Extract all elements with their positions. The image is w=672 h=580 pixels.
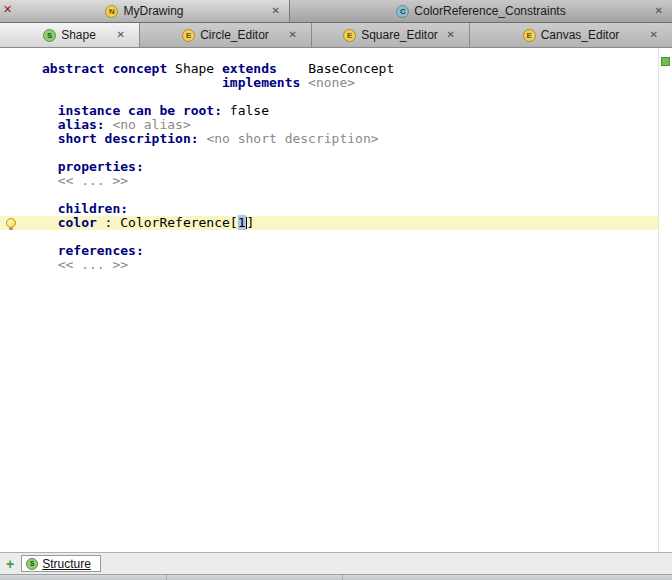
code-line[interactable]: references: bbox=[0, 244, 658, 258]
constraints-icon: C bbox=[396, 5, 409, 18]
tab-label: Square_Editor bbox=[361, 28, 438, 42]
code-line[interactable]: short description: <no short description… bbox=[0, 132, 658, 146]
code-segment bbox=[42, 117, 58, 132]
close-tab-icon[interactable]: ✕ bbox=[650, 30, 658, 40]
code-line[interactable]: instance can be root: false bbox=[0, 104, 658, 118]
window: ✕ N MyDrawing ✕ C ColorReference_Constra… bbox=[0, 0, 672, 580]
divider bbox=[342, 575, 343, 580]
close-tab-icon[interactable]: ✕ bbox=[447, 30, 455, 40]
code-segment: BaseConcept bbox=[277, 61, 394, 76]
tab-canvas-editor[interactable]: E Canvas_Editor ✕ bbox=[470, 23, 672, 47]
code-segment: alias: bbox=[58, 117, 113, 132]
code-line[interactable]: implements <none> bbox=[0, 76, 658, 90]
tab-structure[interactable]: S Structure bbox=[21, 555, 101, 572]
concept-icon: S bbox=[43, 29, 56, 42]
code-segment: ] bbox=[247, 215, 255, 230]
code-segment bbox=[42, 201, 58, 216]
code-segment bbox=[42, 243, 58, 258]
close-tab-icon[interactable]: ✕ bbox=[655, 6, 663, 16]
code-segment: Shape bbox=[175, 61, 222, 76]
close-icon[interactable]: ✕ bbox=[3, 4, 12, 15]
editor-icon: E bbox=[182, 29, 195, 42]
close-tab-icon[interactable]: ✕ bbox=[289, 30, 297, 40]
code-line[interactable] bbox=[0, 188, 658, 202]
tab-circle-editor[interactable]: E Circle_Editor ✕ bbox=[140, 23, 312, 47]
code-segment: << ... >> bbox=[58, 257, 128, 272]
code-segment: : bbox=[97, 215, 120, 230]
node-icon: N bbox=[105, 5, 118, 18]
code-segment: abstract concept bbox=[42, 61, 175, 76]
code-line[interactable]: alias: <no alias> bbox=[0, 118, 658, 132]
window-tab-colorreference-constraints[interactable]: C ColorReference_Constraints ✕ bbox=[290, 0, 672, 22]
code-segment bbox=[42, 257, 58, 272]
code-segment: ColorReference[ bbox=[120, 215, 237, 230]
divider bbox=[166, 575, 167, 580]
error-stripe[interactable] bbox=[658, 48, 672, 552]
code-area[interactable]: abstract concept Shape extends BaseConce… bbox=[0, 48, 658, 552]
structure-tab-label: Structure bbox=[42, 557, 91, 571]
code-line[interactable]: children: bbox=[0, 202, 658, 216]
code-segment: <no alias> bbox=[112, 117, 190, 132]
code-segment: extends bbox=[222, 61, 277, 76]
code-segment: references: bbox=[58, 243, 144, 258]
code-segment: << ... >> bbox=[58, 173, 128, 188]
code-segment: <no short description> bbox=[206, 131, 378, 146]
code-line[interactable]: color : ColorReference[1] bbox=[0, 216, 658, 230]
code-segment: instance can be root: bbox=[58, 103, 230, 118]
code-line[interactable] bbox=[0, 90, 658, 104]
code-segment bbox=[42, 215, 58, 230]
editor-icon: E bbox=[523, 29, 536, 42]
code-segment bbox=[42, 75, 222, 90]
intention-bulb-icon[interactable] bbox=[6, 218, 16, 228]
close-tab-icon[interactable]: ✕ bbox=[272, 6, 280, 16]
code-line[interactable]: properties: bbox=[0, 160, 658, 174]
code-segment: 1 bbox=[238, 215, 246, 230]
tab-shape[interactable]: S Shape ✕ bbox=[0, 23, 140, 47]
code-line[interactable] bbox=[0, 146, 658, 160]
add-tab-button[interactable]: + bbox=[6, 557, 14, 571]
code-segment: short description: bbox=[58, 131, 207, 146]
code-segment bbox=[42, 173, 58, 188]
close-tab-icon[interactable]: ✕ bbox=[117, 30, 125, 40]
editor-pane: abstract concept Shape extends BaseConce… bbox=[0, 48, 672, 552]
code-segment bbox=[42, 103, 58, 118]
code-segment bbox=[42, 159, 58, 174]
code-segment: color bbox=[58, 215, 97, 230]
tab-label: ColorReference_Constraints bbox=[414, 4, 565, 18]
structure-icon: S bbox=[26, 558, 38, 570]
tab-label: MyDrawing bbox=[123, 4, 183, 18]
code-segment: false bbox=[230, 103, 269, 118]
tab-square-editor[interactable]: E Square_Editor ✕ bbox=[312, 23, 470, 47]
code-line[interactable] bbox=[0, 230, 658, 244]
status-strip bbox=[0, 574, 672, 580]
code-segment: <none> bbox=[308, 75, 355, 90]
editor-tab-bar: S Shape ✕ E Circle_Editor ✕ E Square_Edi… bbox=[0, 23, 672, 48]
code-line[interactable]: << ... >> bbox=[0, 174, 658, 188]
status-indicator-ok bbox=[661, 57, 670, 66]
tab-label: Shape bbox=[61, 28, 96, 42]
code-segment: implements bbox=[222, 75, 308, 90]
tab-label: Canvas_Editor bbox=[541, 28, 620, 42]
code-segment: children: bbox=[58, 201, 128, 216]
code-segment bbox=[42, 131, 58, 146]
code-line[interactable]: abstract concept Shape extends BaseConce… bbox=[0, 62, 658, 76]
code-segment: properties: bbox=[58, 159, 144, 174]
bottom-tool-bar: + S Structure bbox=[0, 552, 672, 574]
window-tab-mydrawing[interactable]: N MyDrawing ✕ bbox=[0, 0, 290, 22]
window-tab-bar: ✕ N MyDrawing ✕ C ColorReference_Constra… bbox=[0, 0, 672, 23]
tab-label: Circle_Editor bbox=[200, 28, 269, 42]
code-line[interactable]: << ... >> bbox=[0, 258, 658, 272]
editor-icon: E bbox=[343, 29, 356, 42]
